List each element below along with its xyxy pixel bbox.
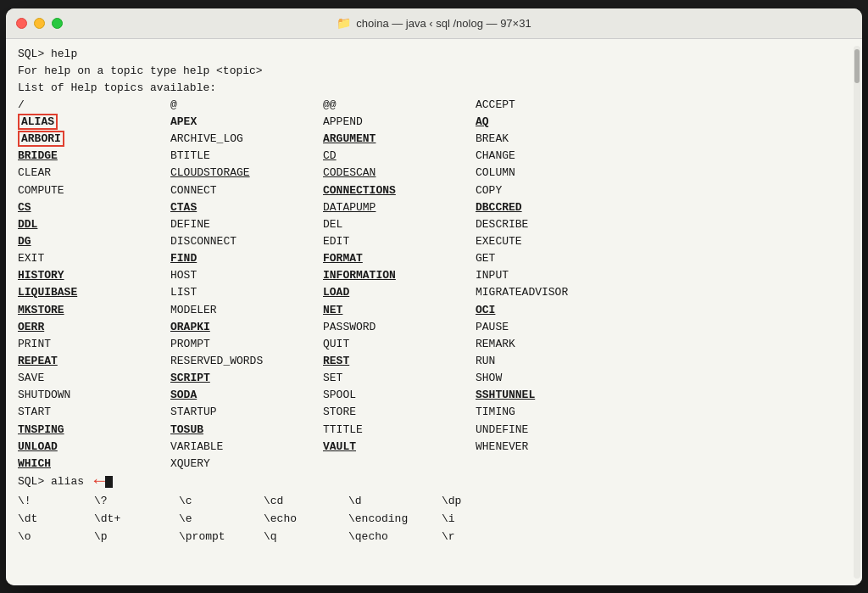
scrollbar-thumb[interactable] [854,49,860,83]
topic-btitle: BTITLE [170,148,323,165]
topic-net: NET [323,302,476,319]
topic-show: SHOW [476,370,628,387]
prompt-line-2: SQL> alias ← [18,473,850,491]
prompt-text-2: SQL> alias [18,473,91,490]
topic-clear: CLEAR [18,165,170,182]
topic-tnsping: TNSPING [18,422,170,439]
topic-shutdown: SHUTDOWN [18,387,170,404]
topic-unload: UNLOAD [18,439,170,456]
topic-append: APPEND [323,114,476,131]
topic-archive-log: ARCHIVE_LOG [170,131,323,148]
cmd-e: \e [179,511,264,529]
topic-print: PRINT [18,336,170,353]
terminal-body[interactable]: SQL> help For help on a topic type help … [6,39,862,585]
cmd-cd: \cd [264,493,348,511]
cmd-prompt: \prompt [179,529,264,546]
topic-remark: REMARK [476,336,628,353]
topic-format: FORMAT [323,250,476,267]
topic-prompt: PROMPT [170,336,323,353]
topic-load: LOAD [323,284,476,301]
topic-history: HISTORY [18,267,170,284]
topic-tosub: TOSUB [170,422,323,439]
topic-spool: SPOOL [323,387,476,404]
cmd-p: \p [94,529,179,546]
terminal-window: 📁 choina — java ‹ sql /nolog — 97×31 SQL… [6,8,862,585]
topic-alias: ALIAS [18,114,170,131]
cmd-encoding: \encoding [348,511,442,529]
topic-save: SAVE [18,370,170,387]
cmd-question: \? [94,493,179,511]
topic-disconnect: DISCONNECT [170,233,323,250]
red-arrow-icon: ← [94,473,105,491]
topic-input: INPUT [476,267,628,284]
cmd-q: \q [264,529,348,546]
topic-argument: ARGUMENT [323,131,476,148]
topic-whenever: WHENEVER [476,439,628,456]
help-line-2: List of Help topics available: [18,80,850,97]
topic-xquery: XQUERY [170,456,323,473]
topic-codescan: CODESCAN [323,165,476,182]
cmd-o: \o [18,529,94,546]
titlebar: 📁 choina — java ‹ sql /nolog — 97×31 [6,8,862,39]
topic-get: GET [476,250,628,267]
maximize-button[interactable] [52,18,63,29]
topic-aq: AQ [476,114,628,131]
topic-host: HOST [170,267,323,284]
topic-mkstore: MKSTORE [18,302,170,319]
cmd-dt-plus: \dt+ [94,511,179,529]
topic-column: COLUMN [476,165,628,182]
topic-orapki: ORAPKI [170,319,323,336]
topic-slash: / [18,97,170,114]
topic-bridge: BRIDGE [18,148,170,165]
minimize-button[interactable] [34,18,45,29]
topic-at: @ [170,97,323,114]
topic-accept: ACCEPT [476,97,628,114]
topic-start: START [18,404,170,421]
topic-describe: DESCRIBE [476,216,628,233]
topic-oerr: OERR [18,319,170,336]
topic-variable: VARIABLE [170,439,323,456]
topic-ddl: DDL [18,216,170,233]
topic-oci: OCI [476,302,628,319]
topic-connections: CONNECTIONS [323,182,476,199]
cmd-dp: \dp [442,493,509,511]
topic-cd: CD [323,148,476,165]
topic-change: CHANGE [476,148,628,165]
topic-atat: @@ [323,97,476,114]
topic-pause: PAUSE [476,319,628,336]
cmd-echo: \echo [264,511,348,529]
topic-information: INFORMATION [323,267,476,284]
topic-define: DEFINE [170,216,323,233]
topic-empty-1 [323,456,476,473]
topic-apex: APEX [170,114,323,131]
prompt-line-1: SQL> help [18,46,850,63]
cmd-d: \d [348,493,442,511]
topic-ttitle: TTITLE [323,422,476,439]
topic-connect: CONNECT [170,182,323,199]
topic-migrateadvisor: MIGRATEADVISOR [476,284,628,301]
topic-set: SET [323,370,476,387]
topic-vault: VAULT [323,439,476,456]
topic-soda: SODA [170,387,323,404]
topic-exit: EXIT [18,250,170,267]
traffic-lights [16,18,63,29]
topic-undefine: UNDEFINE [476,422,628,439]
cmd-i: \i [442,511,509,529]
cursor [105,476,113,488]
help-line-1: For help on a topic type help <topic> [18,63,850,80]
topic-sshtunnel: SSHTUNNEL [476,387,628,404]
topic-timing: TIMING [476,404,628,421]
title-label: choina — java ‹ sql /nolog — 97×31 [356,17,531,30]
topic-which: WHICH [18,456,170,473]
folder-icon: 📁 [337,16,351,30]
cmd-r: \r [442,529,509,546]
cmd-c: \c [179,493,264,511]
close-button[interactable] [16,18,27,29]
topic-arbori: ARBORI [18,131,170,148]
scrollbar-track[interactable] [854,46,860,579]
topic-quit: QUIT [323,336,476,353]
topic-execute: EXECUTE [476,233,628,250]
topic-compute: COMPUTE [18,182,170,199]
topic-datapump: DATAPUMP [323,199,476,216]
window-title: 📁 choina — java ‹ sql /nolog — 97×31 [337,16,531,30]
